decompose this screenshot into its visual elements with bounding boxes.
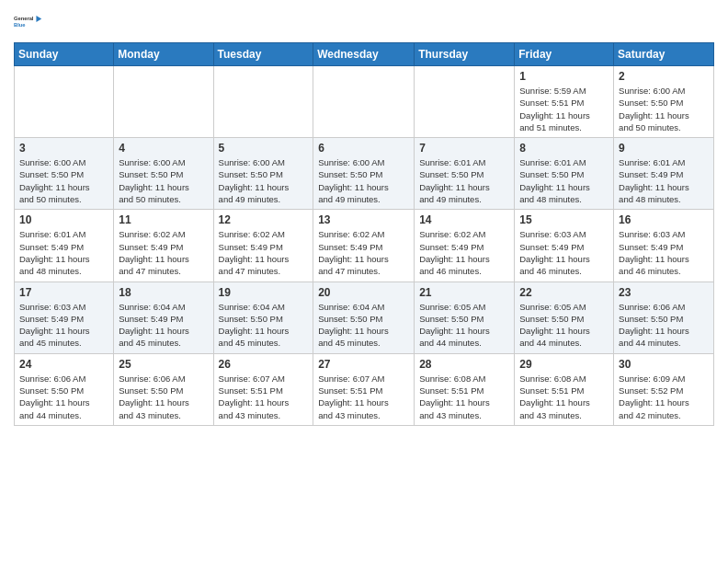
day-number: 6 xyxy=(318,142,409,155)
day-info: Sunrise: 6:03 AMSunset: 5:49 PMDaylight:… xyxy=(619,228,709,277)
calendar-cell: 5Sunrise: 6:00 AMSunset: 5:50 PMDaylight… xyxy=(213,138,313,210)
calendar-cell: 10Sunrise: 6:01 AMSunset: 5:49 PMDayligh… xyxy=(15,210,114,282)
calendar-cell: 12Sunrise: 6:02 AMSunset: 5:49 PMDayligh… xyxy=(213,210,313,282)
day-number: 20 xyxy=(318,286,409,299)
day-info: Sunrise: 6:01 AMSunset: 5:50 PMDaylight:… xyxy=(419,156,509,205)
calendar-cell: 23Sunrise: 6:06 AMSunset: 5:50 PMDayligh… xyxy=(614,282,714,353)
day-number: 10 xyxy=(19,213,108,226)
day-number: 18 xyxy=(119,286,208,299)
calendar-cell xyxy=(213,66,313,138)
day-number: 5 xyxy=(219,142,309,155)
day-info: Sunrise: 6:00 AMSunset: 5:50 PMDaylight:… xyxy=(318,156,409,205)
weekday-header-row: SundayMondayTuesdayWednesdayThursdayFrid… xyxy=(15,43,714,66)
day-info: Sunrise: 6:05 AMSunset: 5:50 PMDaylight:… xyxy=(419,301,509,350)
day-info: Sunrise: 6:02 AMSunset: 5:49 PMDaylight:… xyxy=(419,228,509,277)
day-info: Sunrise: 6:04 AMSunset: 5:49 PMDaylight:… xyxy=(119,301,208,350)
calendar-cell xyxy=(15,66,114,138)
day-info: Sunrise: 6:00 AMSunset: 5:50 PMDaylight:… xyxy=(619,85,709,133)
calendar-cell: 27Sunrise: 6:07 AMSunset: 5:51 PMDayligh… xyxy=(313,353,415,425)
calendar-cell: 25Sunrise: 6:06 AMSunset: 5:50 PMDayligh… xyxy=(114,353,213,425)
day-info: Sunrise: 6:02 AMSunset: 5:49 PMDaylight:… xyxy=(318,228,409,277)
calendar-cell: 24Sunrise: 6:06 AMSunset: 5:50 PMDayligh… xyxy=(15,353,114,425)
weekday-header-saturday: Saturday xyxy=(614,43,714,66)
day-info: Sunrise: 6:01 AMSunset: 5:49 PMDaylight:… xyxy=(619,156,709,205)
day-number: 13 xyxy=(318,213,409,226)
day-number: 4 xyxy=(119,142,208,155)
day-number: 7 xyxy=(419,142,509,155)
calendar-cell: 21Sunrise: 6:05 AMSunset: 5:50 PMDayligh… xyxy=(415,282,515,353)
day-info: Sunrise: 6:04 AMSunset: 5:50 PMDaylight:… xyxy=(318,301,409,350)
day-info: Sunrise: 6:06 AMSunset: 5:50 PMDaylight:… xyxy=(119,373,208,421)
calendar-cell: 20Sunrise: 6:04 AMSunset: 5:50 PMDayligh… xyxy=(313,282,415,353)
day-info: Sunrise: 6:03 AMSunset: 5:49 PMDaylight:… xyxy=(19,301,108,350)
logo: GeneralBlue xyxy=(14,9,43,35)
calendar-cell: 9Sunrise: 6:01 AMSunset: 5:49 PMDaylight… xyxy=(614,138,714,210)
day-number: 23 xyxy=(619,286,709,299)
calendar-cell: 3Sunrise: 6:00 AMSunset: 5:50 PMDaylight… xyxy=(15,138,114,210)
header: GeneralBlue xyxy=(14,9,714,35)
day-info: Sunrise: 6:07 AMSunset: 5:51 PMDaylight:… xyxy=(318,373,409,421)
svg-text:General: General xyxy=(14,16,34,21)
day-number: 9 xyxy=(619,142,709,155)
calendar-cell xyxy=(415,66,515,138)
calendar-cell: 15Sunrise: 6:03 AMSunset: 5:49 PMDayligh… xyxy=(515,210,614,282)
logo-icon: GeneralBlue xyxy=(14,9,43,35)
week-row-2: 3Sunrise: 6:00 AMSunset: 5:50 PMDaylight… xyxy=(15,138,714,210)
day-number: 30 xyxy=(619,358,709,371)
calendar-cell: 26Sunrise: 6:07 AMSunset: 5:51 PMDayligh… xyxy=(213,353,313,425)
day-info: Sunrise: 6:02 AMSunset: 5:49 PMDaylight:… xyxy=(119,228,208,277)
day-number: 3 xyxy=(19,142,108,155)
calendar-cell: 7Sunrise: 6:01 AMSunset: 5:50 PMDaylight… xyxy=(415,138,515,210)
calendar-cell xyxy=(313,66,415,138)
calendar-cell: 11Sunrise: 6:02 AMSunset: 5:49 PMDayligh… xyxy=(114,210,213,282)
calendar-cell: 28Sunrise: 6:08 AMSunset: 5:51 PMDayligh… xyxy=(415,353,515,425)
day-info: Sunrise: 5:59 AMSunset: 5:51 PMDaylight:… xyxy=(519,85,609,133)
day-number: 21 xyxy=(419,286,509,299)
day-info: Sunrise: 6:04 AMSunset: 5:50 PMDaylight:… xyxy=(219,301,309,350)
calendar-cell: 29Sunrise: 6:08 AMSunset: 5:51 PMDayligh… xyxy=(515,353,614,425)
calendar-cell: 4Sunrise: 6:00 AMSunset: 5:50 PMDaylight… xyxy=(114,138,213,210)
calendar-cell: 18Sunrise: 6:04 AMSunset: 5:49 PMDayligh… xyxy=(114,282,213,353)
calendar-cell: 1Sunrise: 5:59 AMSunset: 5:51 PMDaylight… xyxy=(515,66,614,138)
calendar-cell: 13Sunrise: 6:02 AMSunset: 5:49 PMDayligh… xyxy=(313,210,415,282)
calendar: SundayMondayTuesdayWednesdayThursdayFrid… xyxy=(14,42,714,426)
weekday-header-thursday: Thursday xyxy=(415,43,515,66)
day-info: Sunrise: 6:03 AMSunset: 5:49 PMDaylight:… xyxy=(519,228,609,277)
day-number: 22 xyxy=(519,286,609,299)
day-info: Sunrise: 6:01 AMSunset: 5:50 PMDaylight:… xyxy=(519,156,609,205)
page: GeneralBlue SundayMondayTuesdayWednesday… xyxy=(0,0,728,440)
calendar-cell: 14Sunrise: 6:02 AMSunset: 5:49 PMDayligh… xyxy=(415,210,515,282)
day-number: 15 xyxy=(519,213,609,226)
day-info: Sunrise: 6:06 AMSunset: 5:50 PMDaylight:… xyxy=(619,301,709,350)
calendar-cell: 8Sunrise: 6:01 AMSunset: 5:50 PMDaylight… xyxy=(515,138,614,210)
calendar-cell: 30Sunrise: 6:09 AMSunset: 5:52 PMDayligh… xyxy=(614,353,714,425)
calendar-cell: 19Sunrise: 6:04 AMSunset: 5:50 PMDayligh… xyxy=(213,282,313,353)
week-row-1: 1Sunrise: 5:59 AMSunset: 5:51 PMDaylight… xyxy=(15,66,714,138)
day-info: Sunrise: 6:02 AMSunset: 5:49 PMDaylight:… xyxy=(219,228,309,277)
weekday-header-sunday: Sunday xyxy=(15,43,114,66)
weekday-header-wednesday: Wednesday xyxy=(313,43,415,66)
day-number: 25 xyxy=(119,358,208,371)
weekday-header-friday: Friday xyxy=(515,43,614,66)
day-info: Sunrise: 6:09 AMSunset: 5:52 PMDaylight:… xyxy=(619,373,709,421)
week-row-4: 17Sunrise: 6:03 AMSunset: 5:49 PMDayligh… xyxy=(15,282,714,353)
day-number: 26 xyxy=(219,358,309,371)
day-info: Sunrise: 6:08 AMSunset: 5:51 PMDaylight:… xyxy=(519,373,609,421)
day-info: Sunrise: 6:07 AMSunset: 5:51 PMDaylight:… xyxy=(219,373,309,421)
day-info: Sunrise: 6:01 AMSunset: 5:49 PMDaylight:… xyxy=(19,228,108,277)
day-info: Sunrise: 6:05 AMSunset: 5:50 PMDaylight:… xyxy=(519,301,609,350)
day-number: 24 xyxy=(19,358,108,371)
day-info: Sunrise: 6:00 AMSunset: 5:50 PMDaylight:… xyxy=(19,156,108,205)
week-row-5: 24Sunrise: 6:06 AMSunset: 5:50 PMDayligh… xyxy=(15,353,714,425)
day-number: 8 xyxy=(519,142,609,155)
day-number: 16 xyxy=(619,213,709,226)
calendar-cell: 22Sunrise: 6:05 AMSunset: 5:50 PMDayligh… xyxy=(515,282,614,353)
svg-marker-2 xyxy=(36,16,41,22)
day-number: 12 xyxy=(219,213,309,226)
day-number: 2 xyxy=(619,70,709,83)
day-number: 29 xyxy=(519,358,609,371)
week-row-3: 10Sunrise: 6:01 AMSunset: 5:49 PMDayligh… xyxy=(15,210,714,282)
weekday-header-monday: Monday xyxy=(114,43,213,66)
calendar-cell: 17Sunrise: 6:03 AMSunset: 5:49 PMDayligh… xyxy=(15,282,114,353)
day-number: 1 xyxy=(519,70,609,83)
